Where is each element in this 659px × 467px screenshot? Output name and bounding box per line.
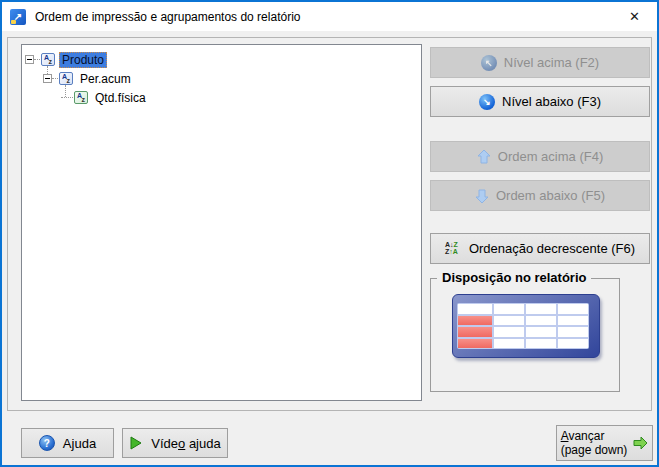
preview-cell	[526, 339, 556, 349]
help-button[interactable]: ? Ajuda	[21, 428, 114, 458]
order-up-button: Ordem acima (F4)	[430, 141, 650, 172]
arrow-up-icon	[477, 149, 491, 165]
preview-cell-highlighted	[458, 339, 492, 349]
preview-cell	[494, 316, 524, 326]
action-label: Ordenação decrescente (F6)	[469, 241, 635, 256]
preview-cell	[558, 316, 588, 326]
circle-arrow-down-right-icon: ↘	[479, 94, 495, 110]
sort-az-blue-icon: A z	[41, 53, 55, 66]
tree-connector	[52, 78, 58, 79]
action-label: Ordem abaixo (F5)	[496, 188, 605, 203]
collapse-icon[interactable]	[25, 55, 34, 64]
sort-descending-button[interactable]: A↓Z Z↑A Ordenação decrescente (F6)	[430, 233, 650, 264]
preview-cell-highlighted	[458, 327, 492, 337]
close-button[interactable]: ✕	[612, 2, 657, 31]
level-up-button: ↖ Nível acima (F2)	[430, 47, 650, 78]
tree-item-label[interactable]: Per.acum	[77, 71, 134, 87]
preview-cell	[494, 339, 524, 349]
report-layout-group: Disposição no relatório	[430, 278, 620, 392]
preview-cell	[494, 327, 524, 337]
arrow-right-icon	[633, 436, 648, 450]
preview-cell	[558, 339, 588, 349]
preview-cell	[558, 327, 588, 337]
preview-cell	[526, 327, 556, 337]
tree-connector	[34, 59, 40, 60]
action-label: Ordem acima (F4)	[498, 149, 603, 164]
tree-connector	[61, 97, 73, 98]
dialog-window: ↗ Ordem de impressão e agrupamentos do r…	[0, 0, 659, 467]
preview-cell	[526, 304, 556, 314]
tree-connector	[65, 85, 66, 97]
tree-item-qtd-fisica[interactable]: A z Qtd.física	[22, 88, 421, 107]
group-title: Disposição no relatório	[437, 270, 591, 285]
action-label: Nível abaixo (F3)	[502, 94, 601, 109]
order-down-button: Ordem abaixo (F5)	[430, 180, 650, 211]
video-help-button[interactable]: Vídeo ajuda	[122, 428, 228, 458]
preview-cell	[558, 304, 588, 314]
preview-cell	[494, 304, 524, 314]
window-title: Ordem de impressão e agrupamentos do rel…	[35, 10, 300, 24]
arrow-down-icon	[475, 188, 489, 204]
grouping-tree[interactable]: A z Produto A z Per.acum A z Qtd.física	[21, 44, 422, 401]
sort-az-green-icon: A z	[74, 91, 88, 104]
tree-item-produto[interactable]: A z Produto	[22, 50, 421, 69]
tree-item-label[interactable]: Qtd.física	[92, 90, 149, 106]
sort-descending-icon: A↓Z Z↑A	[445, 241, 462, 256]
preview-cell-highlighted	[458, 316, 492, 326]
circle-arrow-up-left-icon: ↖	[481, 55, 497, 71]
preview-cell	[526, 316, 556, 326]
level-down-button[interactable]: ↘ Nível abaixo (F3)	[430, 86, 650, 117]
close-icon: ✕	[629, 9, 640, 24]
title-bar: ↗ Ordem de impressão e agrupamentos do r…	[2, 2, 657, 31]
play-icon	[129, 436, 143, 450]
collapse-icon[interactable]	[43, 74, 52, 83]
action-label: Nível acima (F2)	[504, 55, 599, 70]
preview-cell	[458, 304, 492, 314]
help-question-icon: ?	[39, 435, 55, 451]
advance-button[interactable]: Avançar (page down)	[556, 425, 653, 461]
tree-item-label[interactable]: Produto	[59, 52, 107, 68]
app-icon: ↗	[10, 9, 26, 25]
tree-item-per-acum[interactable]: A z Per.acum	[22, 69, 421, 88]
video-help-label: Vídeo ajuda	[151, 436, 220, 451]
sort-az-blue-icon: A z	[59, 72, 73, 85]
advance-label: Avançar (page down)	[561, 429, 628, 457]
help-label: Ajuda	[63, 436, 96, 451]
report-layout-preview	[452, 294, 600, 358]
